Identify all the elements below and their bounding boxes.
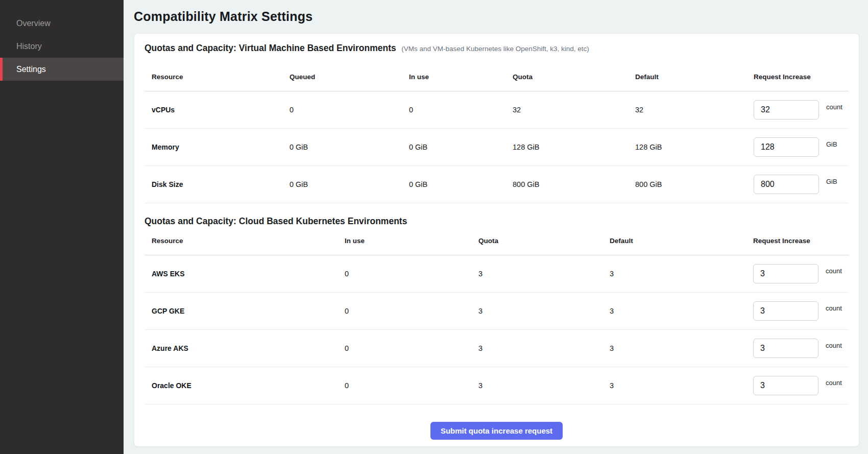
queued-value: 0 — [290, 106, 409, 114]
sidebar-item-label: Settings — [16, 65, 46, 74]
default-value: 3 — [610, 344, 753, 352]
unit-label: count — [826, 304, 842, 312]
column-header-default: Default — [610, 237, 753, 245]
column-header-resource: Resource — [144, 73, 290, 81]
vm-section-title: Quotas and Capacity: Virtual Machine Bas… — [144, 43, 396, 53]
quota-value: 3 — [478, 344, 610, 352]
resource-name: Memory — [144, 143, 290, 151]
in-use-value: 0 GiB — [409, 143, 513, 151]
column-header-in-use: In use — [409, 73, 513, 81]
cloud-section-header: Quotas and Capacity: Cloud Based Kuberne… — [144, 216, 849, 227]
quota-settings-card: Quotas and Capacity: Virtual Machine Bas… — [134, 33, 859, 447]
resource-name: Azure AKS — [144, 344, 345, 352]
in-use-value: 0 — [345, 270, 478, 278]
default-value: 128 GiB — [635, 143, 754, 151]
queued-value: 0 GiB — [290, 180, 409, 188]
quota-value: 3 — [478, 270, 610, 278]
column-header-resource: Resource — [144, 237, 345, 245]
vm-section-header: Quotas and Capacity: Virtual Machine Bas… — [144, 34, 849, 54]
request-increase-cell: count — [754, 100, 849, 120]
in-use-value: 0 — [345, 344, 478, 352]
in-use-value: 0 GiB — [409, 180, 513, 188]
default-value: 3 — [610, 307, 753, 315]
request-increase-cell: GiB — [754, 137, 849, 157]
table-row-disk-size: Disk Size 0 GiB 0 GiB 800 GiB 800 GiB Gi… — [144, 166, 849, 203]
table-row-memory: Memory 0 GiB 0 GiB 128 GiB 128 GiB GiB — [144, 129, 849, 166]
main-content: Compatibility Matrix Settings Quotas and… — [124, 0, 868, 454]
column-header-request-increase: Request Increase — [753, 237, 849, 245]
request-increase-cell: GiB — [754, 175, 849, 194]
table-row-gcp-gke: GCP GKE 0 3 3 count — [144, 293, 849, 330]
submit-button-row: Submit quota increase request — [144, 404, 849, 440]
request-increase-cell: count — [753, 301, 849, 321]
column-header-quota: Quota — [478, 237, 610, 245]
default-value: 3 — [610, 270, 753, 278]
memory-request-input[interactable] — [754, 137, 819, 157]
unit-label: count — [826, 103, 842, 111]
resource-name: vCPUs — [144, 106, 290, 114]
sidebar-item-label: History — [16, 42, 42, 51]
table-row-azure-aks: Azure AKS 0 3 3 count — [144, 330, 849, 367]
cloud-section-title: Quotas and Capacity: Cloud Based Kuberne… — [144, 216, 407, 226]
gcp-gke-request-input[interactable] — [753, 301, 818, 321]
quota-value: 800 GiB — [513, 180, 635, 188]
sidebar: Overview History Settings — [0, 0, 124, 454]
column-header-request-increase: Request Increase — [754, 73, 849, 81]
sidebar-item-settings[interactable]: Settings — [0, 58, 124, 81]
unit-label: count — [826, 267, 842, 275]
request-increase-cell: count — [753, 339, 849, 358]
request-increase-cell: count — [753, 376, 849, 395]
submit-quota-increase-button[interactable]: Submit quota increase request — [430, 422, 563, 440]
quota-value: 32 — [513, 106, 635, 114]
queued-value: 0 GiB — [290, 143, 409, 151]
default-value: 32 — [635, 106, 754, 114]
resource-name: GCP GKE — [144, 307, 345, 315]
unit-label: count — [826, 342, 842, 349]
default-value: 800 GiB — [635, 180, 754, 188]
quota-value: 3 — [478, 381, 610, 390]
column-header-queued: Queued — [290, 73, 409, 81]
in-use-value: 0 — [345, 307, 478, 315]
unit-label: count — [826, 379, 842, 387]
resource-name: Disk Size — [144, 180, 290, 188]
column-header-in-use: In use — [345, 237, 478, 245]
cloud-table-header: Resource In use Quota Default Request In… — [144, 227, 849, 255]
sidebar-item-overview[interactable]: Overview — [0, 12, 124, 35]
vm-section-subtitle: (VMs and VM-based Kubernetes like OpenSh… — [401, 45, 589, 53]
in-use-value: 0 — [409, 106, 513, 114]
unit-label: GiB — [826, 178, 837, 185]
sidebar-item-history[interactable]: History — [0, 35, 124, 58]
table-row-aws-eks: AWS EKS 0 3 3 count — [144, 255, 849, 293]
resource-name: AWS EKS — [144, 270, 345, 278]
in-use-value: 0 — [345, 381, 478, 390]
aws-eks-request-input[interactable] — [753, 264, 818, 283]
unit-label: GiB — [826, 140, 837, 148]
table-row-vcpus: vCPUs 0 0 32 32 count — [144, 91, 849, 129]
oracle-oke-request-input[interactable] — [753, 376, 818, 395]
column-header-default: Default — [635, 73, 754, 81]
column-header-quota: Quota — [513, 73, 635, 81]
request-increase-cell: count — [753, 264, 849, 283]
azure-aks-request-input[interactable] — [753, 339, 818, 358]
page-title: Compatibility Matrix Settings — [134, 9, 859, 23]
vm-table-header: Resource Queued In use Quota Default Req… — [144, 54, 849, 91]
quota-value: 128 GiB — [513, 143, 635, 151]
default-value: 3 — [610, 381, 753, 390]
vcpus-request-input[interactable] — [754, 100, 819, 120]
disk-size-request-input[interactable] — [754, 175, 819, 194]
sidebar-item-label: Overview — [16, 19, 51, 28]
active-indicator — [0, 58, 3, 81]
table-row-oracle-oke: Oracle OKE 0 3 3 count — [144, 367, 849, 404]
quota-value: 3 — [478, 307, 610, 315]
resource-name: Oracle OKE — [144, 381, 345, 390]
